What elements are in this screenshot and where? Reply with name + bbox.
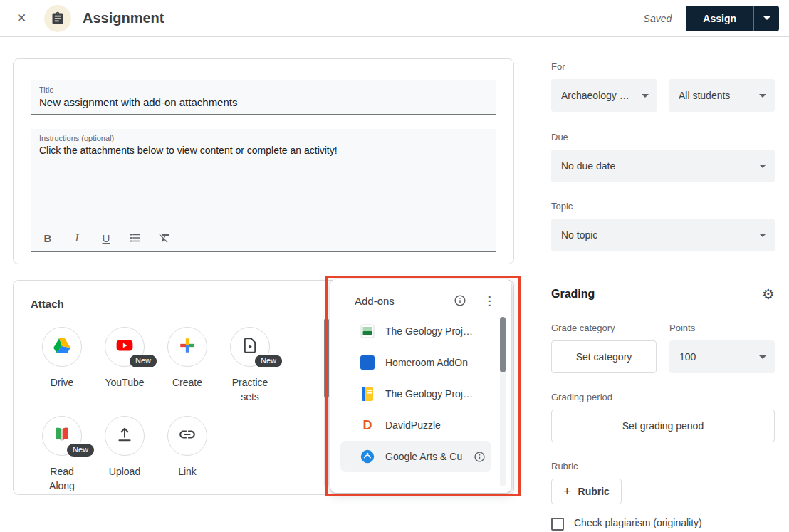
grading-period-label: Grading period <box>551 392 775 402</box>
davidpuzzle-icon: D <box>360 417 375 433</box>
attach-option-practice-sets[interactable]: New Practice sets <box>219 327 281 405</box>
for-label: For <box>551 61 775 72</box>
geology-project-icon <box>360 323 375 339</box>
title-label: Title <box>39 85 488 94</box>
upload-icon <box>115 425 134 447</box>
points-select[interactable]: 100 <box>669 340 775 373</box>
assignment-clipboard-icon <box>44 5 71 32</box>
chevron-down-icon <box>759 165 766 168</box>
chevron-down-icon <box>759 355 766 359</box>
saved-status: Saved <box>644 13 672 24</box>
drive-icon <box>53 336 71 358</box>
attach-option-label: Upload <box>109 464 140 479</box>
due-date-select[interactable]: No due date <box>551 150 775 182</box>
due-label: Due <box>551 132 775 142</box>
class-select[interactable]: Archaeology … <box>551 79 657 112</box>
addons-header: Add-ons ⋮ <box>330 279 511 311</box>
addon-name: The Geology Proj… <box>385 388 473 400</box>
assign-dropdown-button[interactable] <box>753 6 779 31</box>
bold-icon[interactable]: B <box>41 231 55 245</box>
addon-item-geology-notebook[interactable]: The Geology Proj… <box>340 378 491 410</box>
attach-option-drive[interactable]: Drive <box>31 327 93 405</box>
attach-option-label: Read Along <box>37 464 87 494</box>
read-along-icon <box>53 425 71 447</box>
chevron-down-icon <box>642 94 649 98</box>
italic-icon[interactable]: I <box>70 231 84 245</box>
topic-select[interactable]: No topic <box>551 219 775 251</box>
clear-formatting-icon[interactable] <box>157 231 172 245</box>
points-value: 100 <box>679 351 696 363</box>
page-title: Assignment <box>83 10 164 26</box>
set-category-button[interactable]: Set category <box>551 340 657 373</box>
addon-name: The Geology Proj… <box>385 325 473 337</box>
attach-option-label: Link <box>178 464 197 479</box>
assign-split-button: Assign <box>686 6 779 31</box>
addon-item-homeroom[interactable]: Homeroom AddOn <box>340 347 491 378</box>
top-bar: ✕ Assignment Saved Assign <box>0 0 789 37</box>
points-label: Points <box>669 323 775 333</box>
attach-option-read-along[interactable]: New Read Along <box>31 416 93 494</box>
addon-item-geology-project[interactable]: The Geology Proj… <box>340 315 491 347</box>
arts-culture-icon <box>360 449 375 464</box>
link-icon <box>178 425 197 447</box>
due-date-value: No due date <box>561 160 615 172</box>
new-badge: New <box>255 355 282 367</box>
addons-scrollbar[interactable] <box>500 317 506 486</box>
close-icon[interactable]: ✕ <box>7 4 36 33</box>
assignment-form-card: Title New assignment with add-on attachm… <box>13 58 514 264</box>
assignment-editor-window: ✕ Assignment Saved Assign Title New assi… <box>0 0 789 532</box>
rubric-button-label: Rubric <box>578 486 610 497</box>
grading-heading: Grading <box>551 288 595 301</box>
plus-icon: + <box>563 484 571 499</box>
formatting-toolbar: B I U <box>41 231 172 245</box>
addon-item-davidpuzzle[interactable]: D DavidPuzzle <box>340 410 491 441</box>
attach-option-youtube[interactable]: New YouTube <box>93 327 156 405</box>
topic-value: No topic <box>561 229 597 241</box>
info-icon[interactable] <box>474 451 486 463</box>
plagiarism-checkbox[interactable] <box>551 518 564 531</box>
class-select-value: Archaeology … <box>561 90 629 101</box>
addons-heading: Add-ons <box>355 295 394 307</box>
chevron-down-icon <box>763 16 770 20</box>
main-body: Title New assignment with add-on attachm… <box>0 37 789 532</box>
attach-panel-scrollbar[interactable] <box>324 318 329 487</box>
students-select-value: All students <box>679 90 730 101</box>
instructions-value: Click the attachments below to view cont… <box>39 145 488 156</box>
rubric-label: Rubric <box>551 461 775 471</box>
underline-icon[interactable]: U <box>99 231 113 245</box>
practice-sets-icon <box>241 336 259 358</box>
set-grading-period-button[interactable]: Set grading period <box>551 410 775 442</box>
addon-name: DavidPuzzle <box>385 419 441 431</box>
grade-category-label: Grade category <box>551 323 657 333</box>
geology-notebook-icon <box>360 386 375 402</box>
addons-popup: Add-ons ⋮ The Geology Proj… Ho <box>330 279 511 493</box>
students-select[interactable]: All students <box>669 79 775 112</box>
attach-option-link[interactable]: Link <box>156 416 219 494</box>
attach-option-upload[interactable]: Upload <box>93 416 156 494</box>
create-icon <box>178 336 197 358</box>
instructions-label: Instructions (optional) <box>39 134 488 142</box>
new-badge: New <box>67 444 94 457</box>
title-value: New assignment with add-on attachments <box>39 96 488 108</box>
info-icon[interactable] <box>454 294 466 307</box>
attach-option-label: Drive <box>51 375 74 390</box>
youtube-icon <box>115 336 134 358</box>
scrollbar-thumb[interactable] <box>324 318 329 398</box>
instructions-input[interactable]: Instructions (optional) Click the attach… <box>31 129 496 252</box>
scrollbar-thumb[interactable] <box>500 317 506 372</box>
gear-icon[interactable]: ⚙ <box>762 286 775 303</box>
addons-list: The Geology Proj… Homeroom AddOn The Geo… <box>330 311 511 472</box>
title-input[interactable]: Title New assignment with add-on attachm… <box>31 80 496 115</box>
add-rubric-button[interactable]: + Rubric <box>551 479 622 504</box>
addon-name: Homeroom AddOn <box>385 357 468 368</box>
new-badge: New <box>130 355 157 367</box>
bulleted-list-icon[interactable] <box>128 231 142 245</box>
attach-option-label: YouTube <box>105 375 144 390</box>
attach-option-label: Create <box>172 375 202 390</box>
attach-option-label: Practice sets <box>225 375 275 405</box>
settings-sidebar: For Archaeology … All students Due No du… <box>538 37 789 532</box>
assign-button[interactable]: Assign <box>686 6 753 31</box>
addon-item-arts-culture[interactable]: Google Arts & Cu <box>340 441 491 472</box>
attach-option-create[interactable]: Create <box>156 327 219 405</box>
more-options-icon[interactable]: ⋮ <box>484 295 496 307</box>
